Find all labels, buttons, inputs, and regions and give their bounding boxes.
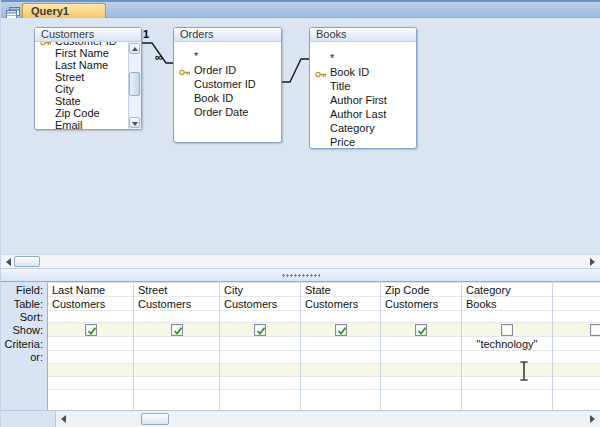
show-checkbox[interactable] — [501, 324, 513, 336]
grid-cell-criteria[interactable] — [553, 337, 600, 351]
scroll-left-arrow-icon[interactable] — [6, 258, 11, 266]
grid-cell-extra1[interactable] — [134, 364, 219, 377]
grid-cell-extra1[interactable] — [553, 364, 600, 377]
grid-cell-extra3[interactable] — [134, 390, 219, 410]
scroll-right-arrow-icon[interactable] — [590, 258, 595, 266]
grid-cell-sort[interactable] — [462, 311, 552, 323]
grid-cell-table[interactable]: Books — [462, 297, 552, 311]
grid-cell-extra3[interactable] — [553, 390, 600, 410]
show-checkbox[interactable] — [85, 324, 97, 336]
grid-cell-extra2[interactable] — [462, 377, 552, 390]
grid-cell-extra1[interactable] — [301, 364, 380, 377]
field-item[interactable]: Category — [310, 121, 416, 135]
grid-cell-criteria[interactable] — [220, 337, 300, 351]
grid-cell-field[interactable]: State — [301, 283, 380, 297]
field-item[interactable]: Street — [35, 71, 128, 83]
grid-cell-extra3[interactable] — [301, 390, 380, 410]
grid-cell-or[interactable] — [48, 351, 133, 364]
field-item[interactable]: Title — [310, 79, 416, 93]
query-diagram-pane[interactable]: 1 ∞ CustomersCustomer IDFirst NameLast N… — [1, 18, 600, 254]
grid-cell-extra2[interactable] — [381, 377, 461, 390]
field-item[interactable]: Zip Code — [35, 107, 128, 119]
grid-cell-extra2[interactable] — [134, 377, 219, 390]
grid-cell-criteria[interactable] — [381, 337, 461, 351]
show-checkbox[interactable] — [171, 324, 183, 336]
grid-cell-table[interactable] — [553, 297, 600, 311]
grid-cell-extra1[interactable] — [220, 364, 300, 377]
field-item[interactable]: Order ID — [174, 63, 281, 77]
table-vertical-scrollbar[interactable] — [128, 42, 141, 129]
grid-horizontal-scrollbar[interactable] — [1, 410, 600, 427]
grid-cell-show[interactable] — [553, 323, 600, 337]
grid-cell-extra2[interactable] — [301, 377, 380, 390]
field-item[interactable]: City — [35, 83, 128, 95]
grid-scrollbar-thumb[interactable] — [141, 413, 169, 425]
pane-splitter[interactable] — [1, 268, 600, 282]
field-item[interactable]: Last Name — [35, 59, 128, 71]
field-item[interactable]: Email — [35, 119, 128, 129]
field-item[interactable]: Price — [310, 135, 416, 148]
scroll-down-button[interactable] — [129, 117, 140, 128]
grid-cell-extra1[interactable] — [462, 364, 552, 377]
show-checkbox[interactable] — [335, 324, 347, 336]
grid-cell-extra3[interactable] — [48, 390, 133, 410]
field-item[interactable]: First Name — [35, 47, 128, 59]
grid-cell-table[interactable]: Customers — [220, 297, 300, 311]
grid-cell-sort[interactable] — [553, 311, 600, 323]
field-item[interactable]: Author First — [310, 93, 416, 107]
field-item[interactable]: State — [35, 95, 128, 107]
grid-cell-extra2[interactable] — [553, 377, 600, 390]
grid-cell-sort[interactable] — [301, 311, 380, 323]
grid-cell-field[interactable]: Zip Code — [381, 283, 461, 297]
grid-cell-show[interactable] — [48, 323, 133, 337]
join-line-orders-books[interactable] — [282, 59, 309, 82]
grid-cell-extra3[interactable] — [220, 390, 300, 410]
grid-cell-show[interactable] — [134, 323, 219, 337]
field-item[interactable]: * — [174, 49, 281, 63]
scroll-up-button[interactable] — [129, 43, 140, 54]
table-title-bar[interactable]: Customers — [35, 28, 141, 42]
grid-cell-extra3[interactable] — [381, 390, 461, 410]
diagram-horizontal-scrollbar[interactable] — [1, 254, 600, 268]
grid-cell-or[interactable] — [462, 351, 552, 364]
field-item[interactable]: Customer ID — [174, 77, 281, 91]
field-item[interactable]: * — [310, 51, 416, 65]
grid-cell-criteria[interactable] — [301, 337, 380, 351]
grid-cell-or[interactable] — [301, 351, 380, 364]
grid-cell-sort[interactable] — [381, 311, 461, 323]
grid-cell-table[interactable]: Customers — [301, 297, 380, 311]
field-item[interactable]: Order Date — [174, 105, 281, 119]
grid-scroll-left-arrow-icon[interactable] — [61, 415, 66, 423]
grid-scroll-right-arrow-icon[interactable] — [590, 415, 595, 423]
field-item[interactable]: Author Last — [310, 107, 416, 121]
tab-query1[interactable]: Query1 — [22, 3, 106, 18]
grid-cell-extra1[interactable] — [381, 364, 461, 377]
grid-cell-sort[interactable] — [134, 311, 219, 323]
grid-cell-extra2[interactable] — [220, 377, 300, 390]
grid-cell-field[interactable]: Street — [134, 283, 219, 297]
table-title-bar[interactable]: Books — [310, 28, 416, 42]
grid-cell-table[interactable]: Customers — [134, 297, 219, 311]
show-checkbox[interactable] — [254, 324, 266, 336]
field-item[interactable]: Book ID — [174, 91, 281, 105]
grid-cell-show[interactable] — [381, 323, 461, 337]
grid-cell-extra2[interactable] — [48, 377, 133, 390]
grid-cell-extra3[interactable] — [462, 390, 552, 410]
grid-cell-or[interactable] — [381, 351, 461, 364]
grid-cell-field[interactable]: Category — [462, 283, 552, 297]
grid-cell-criteria[interactable] — [134, 337, 219, 351]
grid-cell-criteria-value[interactable]: "technology" — [462, 337, 552, 351]
table-title-bar[interactable]: Orders — [174, 28, 281, 42]
grid-cell-show[interactable] — [301, 323, 380, 337]
grid-cell-extra1[interactable] — [48, 364, 133, 377]
grid-cell-or[interactable] — [134, 351, 219, 364]
grid-cell-sort[interactable] — [220, 311, 300, 323]
show-checkbox[interactable] — [415, 324, 427, 336]
grid-cell-show[interactable] — [220, 323, 300, 337]
grid-cell-table[interactable]: Customers — [48, 297, 133, 311]
grid-cell-or[interactable] — [553, 351, 600, 364]
grid-cell-table[interactable]: Customers — [381, 297, 461, 311]
grid-cell-or[interactable] — [220, 351, 300, 364]
grid-cell-field[interactable] — [553, 283, 600, 297]
scrollbar-thumb[interactable] — [129, 72, 140, 96]
